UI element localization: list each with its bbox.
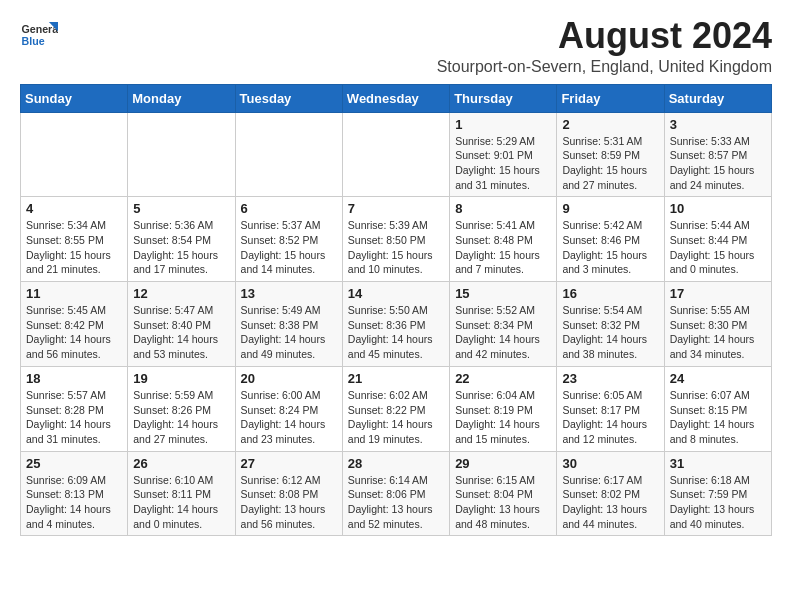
day-info: Sunrise: 5:47 AM Sunset: 8:40 PM Dayligh…: [133, 303, 229, 362]
day-cell: 27Sunrise: 6:12 AM Sunset: 8:08 PM Dayli…: [235, 451, 342, 536]
day-number: 13: [241, 286, 337, 301]
day-number: 17: [670, 286, 766, 301]
day-number: 14: [348, 286, 444, 301]
day-number: 15: [455, 286, 551, 301]
day-number: 5: [133, 201, 229, 216]
day-info: Sunrise: 6:18 AM Sunset: 7:59 PM Dayligh…: [670, 473, 766, 532]
day-number: 23: [562, 371, 658, 386]
day-cell: 9Sunrise: 5:42 AM Sunset: 8:46 PM Daylig…: [557, 197, 664, 282]
day-cell: 31Sunrise: 6:18 AM Sunset: 7:59 PM Dayli…: [664, 451, 771, 536]
day-info: Sunrise: 6:12 AM Sunset: 8:08 PM Dayligh…: [241, 473, 337, 532]
day-number: 8: [455, 201, 551, 216]
day-number: 22: [455, 371, 551, 386]
day-number: 25: [26, 456, 122, 471]
day-info: Sunrise: 6:04 AM Sunset: 8:19 PM Dayligh…: [455, 388, 551, 447]
logo-icon: General Blue: [20, 16, 58, 54]
day-number: 18: [26, 371, 122, 386]
week-row-4: 18Sunrise: 5:57 AM Sunset: 8:28 PM Dayli…: [21, 366, 772, 451]
day-number: 10: [670, 201, 766, 216]
day-cell: 30Sunrise: 6:17 AM Sunset: 8:02 PM Dayli…: [557, 451, 664, 536]
day-number: 16: [562, 286, 658, 301]
month-title: August 2024: [437, 16, 772, 56]
day-info: Sunrise: 6:00 AM Sunset: 8:24 PM Dayligh…: [241, 388, 337, 447]
day-number: 31: [670, 456, 766, 471]
day-info: Sunrise: 5:41 AM Sunset: 8:48 PM Dayligh…: [455, 218, 551, 277]
day-info: Sunrise: 5:29 AM Sunset: 9:01 PM Dayligh…: [455, 134, 551, 193]
day-cell: 20Sunrise: 6:00 AM Sunset: 8:24 PM Dayli…: [235, 366, 342, 451]
day-cell: 17Sunrise: 5:55 AM Sunset: 8:30 PM Dayli…: [664, 282, 771, 367]
day-info: Sunrise: 5:57 AM Sunset: 8:28 PM Dayligh…: [26, 388, 122, 447]
page-header: General Blue August 2024 Stourport-on-Se…: [20, 16, 772, 76]
weekday-header-monday: Monday: [128, 84, 235, 112]
day-number: 26: [133, 456, 229, 471]
day-number: 30: [562, 456, 658, 471]
day-info: Sunrise: 5:49 AM Sunset: 8:38 PM Dayligh…: [241, 303, 337, 362]
day-number: 12: [133, 286, 229, 301]
weekday-header-thursday: Thursday: [450, 84, 557, 112]
day-cell: [128, 112, 235, 197]
day-cell: 28Sunrise: 6:14 AM Sunset: 8:06 PM Dayli…: [342, 451, 449, 536]
day-number: 20: [241, 371, 337, 386]
day-cell: 15Sunrise: 5:52 AM Sunset: 8:34 PM Dayli…: [450, 282, 557, 367]
day-cell: 14Sunrise: 5:50 AM Sunset: 8:36 PM Dayli…: [342, 282, 449, 367]
day-cell: 16Sunrise: 5:54 AM Sunset: 8:32 PM Dayli…: [557, 282, 664, 367]
day-cell: 8Sunrise: 5:41 AM Sunset: 8:48 PM Daylig…: [450, 197, 557, 282]
day-number: 29: [455, 456, 551, 471]
day-cell: 13Sunrise: 5:49 AM Sunset: 8:38 PM Dayli…: [235, 282, 342, 367]
weekday-header-wednesday: Wednesday: [342, 84, 449, 112]
day-info: Sunrise: 6:17 AM Sunset: 8:02 PM Dayligh…: [562, 473, 658, 532]
weekday-header-row: SundayMondayTuesdayWednesdayThursdayFrid…: [21, 84, 772, 112]
day-cell: [342, 112, 449, 197]
day-info: Sunrise: 6:05 AM Sunset: 8:17 PM Dayligh…: [562, 388, 658, 447]
week-row-3: 11Sunrise: 5:45 AM Sunset: 8:42 PM Dayli…: [21, 282, 772, 367]
weekday-header-friday: Friday: [557, 84, 664, 112]
day-info: Sunrise: 5:37 AM Sunset: 8:52 PM Dayligh…: [241, 218, 337, 277]
day-cell: 21Sunrise: 6:02 AM Sunset: 8:22 PM Dayli…: [342, 366, 449, 451]
day-cell: [235, 112, 342, 197]
day-info: Sunrise: 5:52 AM Sunset: 8:34 PM Dayligh…: [455, 303, 551, 362]
day-info: Sunrise: 5:55 AM Sunset: 8:30 PM Dayligh…: [670, 303, 766, 362]
day-info: Sunrise: 5:39 AM Sunset: 8:50 PM Dayligh…: [348, 218, 444, 277]
day-number: 3: [670, 117, 766, 132]
day-cell: 7Sunrise: 5:39 AM Sunset: 8:50 PM Daylig…: [342, 197, 449, 282]
day-cell: 12Sunrise: 5:47 AM Sunset: 8:40 PM Dayli…: [128, 282, 235, 367]
title-section: August 2024 Stourport-on-Severn, England…: [437, 16, 772, 76]
svg-text:Blue: Blue: [22, 35, 45, 47]
week-row-2: 4Sunrise: 5:34 AM Sunset: 8:55 PM Daylig…: [21, 197, 772, 282]
day-cell: 23Sunrise: 6:05 AM Sunset: 8:17 PM Dayli…: [557, 366, 664, 451]
day-number: 1: [455, 117, 551, 132]
day-info: Sunrise: 5:45 AM Sunset: 8:42 PM Dayligh…: [26, 303, 122, 362]
day-info: Sunrise: 5:42 AM Sunset: 8:46 PM Dayligh…: [562, 218, 658, 277]
day-number: 6: [241, 201, 337, 216]
day-info: Sunrise: 5:59 AM Sunset: 8:26 PM Dayligh…: [133, 388, 229, 447]
day-cell: 18Sunrise: 5:57 AM Sunset: 8:28 PM Dayli…: [21, 366, 128, 451]
day-number: 19: [133, 371, 229, 386]
day-info: Sunrise: 5:33 AM Sunset: 8:57 PM Dayligh…: [670, 134, 766, 193]
calendar-table: SundayMondayTuesdayWednesdayThursdayFrid…: [20, 84, 772, 537]
day-cell: 2Sunrise: 5:31 AM Sunset: 8:59 PM Daylig…: [557, 112, 664, 197]
weekday-header-saturday: Saturday: [664, 84, 771, 112]
day-cell: 24Sunrise: 6:07 AM Sunset: 8:15 PM Dayli…: [664, 366, 771, 451]
day-cell: 29Sunrise: 6:15 AM Sunset: 8:04 PM Dayli…: [450, 451, 557, 536]
day-number: 24: [670, 371, 766, 386]
day-cell: 25Sunrise: 6:09 AM Sunset: 8:13 PM Dayli…: [21, 451, 128, 536]
day-cell: [21, 112, 128, 197]
day-info: Sunrise: 5:44 AM Sunset: 8:44 PM Dayligh…: [670, 218, 766, 277]
day-cell: 26Sunrise: 6:10 AM Sunset: 8:11 PM Dayli…: [128, 451, 235, 536]
day-info: Sunrise: 6:10 AM Sunset: 8:11 PM Dayligh…: [133, 473, 229, 532]
weekday-header-tuesday: Tuesday: [235, 84, 342, 112]
day-number: 11: [26, 286, 122, 301]
day-cell: 19Sunrise: 5:59 AM Sunset: 8:26 PM Dayli…: [128, 366, 235, 451]
day-cell: 3Sunrise: 5:33 AM Sunset: 8:57 PM Daylig…: [664, 112, 771, 197]
day-number: 9: [562, 201, 658, 216]
day-info: Sunrise: 6:15 AM Sunset: 8:04 PM Dayligh…: [455, 473, 551, 532]
day-cell: 1Sunrise: 5:29 AM Sunset: 9:01 PM Daylig…: [450, 112, 557, 197]
day-info: Sunrise: 5:31 AM Sunset: 8:59 PM Dayligh…: [562, 134, 658, 193]
day-info: Sunrise: 5:50 AM Sunset: 8:36 PM Dayligh…: [348, 303, 444, 362]
day-cell: 6Sunrise: 5:37 AM Sunset: 8:52 PM Daylig…: [235, 197, 342, 282]
logo: General Blue: [20, 16, 58, 54]
day-cell: 10Sunrise: 5:44 AM Sunset: 8:44 PM Dayli…: [664, 197, 771, 282]
day-cell: 5Sunrise: 5:36 AM Sunset: 8:54 PM Daylig…: [128, 197, 235, 282]
day-info: Sunrise: 6:07 AM Sunset: 8:15 PM Dayligh…: [670, 388, 766, 447]
day-info: Sunrise: 6:14 AM Sunset: 8:06 PM Dayligh…: [348, 473, 444, 532]
